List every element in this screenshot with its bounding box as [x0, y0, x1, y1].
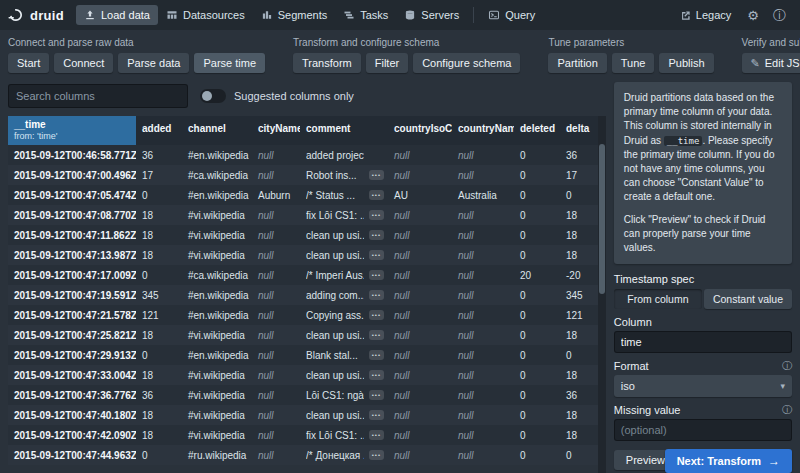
timestamp-spec-switch: From column Constant value: [614, 289, 792, 309]
expand-comment-button[interactable]: •••: [369, 430, 384, 440]
time-cell: 2015-09-12T00:47:17.009Z: [8, 265, 136, 285]
step-edit-json-spec[interactable]: ✎ Edit JSON spec: [742, 53, 800, 73]
from-column-button[interactable]: From column: [614, 289, 702, 309]
legacy-button[interactable]: Legacy: [672, 5, 739, 25]
search-columns-input[interactable]: [8, 84, 188, 108]
column-header-added[interactable]: added: [136, 116, 182, 145]
column-header-countryIsoCode[interactable]: countryIsoCode: [388, 116, 452, 145]
step-publish[interactable]: Publish: [659, 53, 713, 73]
missing-value-input[interactable]: [614, 419, 792, 441]
added-cell: 18: [136, 365, 182, 385]
comment-cell: clean up usi...•••: [300, 365, 388, 385]
constant-value-button[interactable]: Constant value: [704, 289, 792, 309]
country-iso-cell: AU: [388, 185, 452, 205]
info-paragraph-1: Druid partitions data based on the prima…: [624, 91, 782, 205]
toggle-label: Suggested columns only: [234, 90, 354, 102]
step-transform[interactable]: Transform: [293, 53, 361, 73]
channel-cell: #ru.wikipedia: [182, 445, 252, 465]
table-row: 2015-09-12T00:47:36.776Z36#vi.wikipedian…: [8, 385, 604, 405]
step-parse-data[interactable]: Parse data: [118, 53, 189, 73]
info-icon[interactable]: ⓘ: [767, 7, 792, 24]
country-iso-cell: null: [388, 385, 452, 405]
column-header-cityName[interactable]: cityName: [252, 116, 300, 145]
step-parse-time[interactable]: Parse time: [194, 53, 265, 73]
step-configure-schema[interactable]: Configure schema: [413, 53, 520, 73]
nav-item-load-data[interactable]: Load data: [76, 5, 158, 25]
step-connect[interactable]: Connect: [54, 53, 113, 73]
country-name-cell: null: [452, 165, 514, 185]
added-cell: 18: [136, 245, 182, 265]
nav-item-tasks[interactable]: Tasks: [335, 5, 396, 25]
next-transform-button[interactable]: Next: Transform →: [665, 449, 792, 473]
brand-name: druid: [30, 8, 64, 23]
column-header-countryName[interactable]: countryName: [452, 116, 514, 145]
edit-pencil-icon: ✎: [751, 58, 760, 69]
column-header-deleted[interactable]: deleted: [514, 116, 560, 145]
country-name-cell: null: [452, 245, 514, 265]
legacy-label: Legacy: [696, 9, 731, 21]
time-column-header[interactable]: __time from: 'time': [8, 116, 136, 145]
expand-comment-button[interactable]: •••: [369, 190, 384, 200]
tasks-icon: [343, 9, 355, 21]
deleted-cell: 0: [514, 445, 560, 465]
table-row: 2015-09-12T00:47:44.963Z0#ru.wikipedianu…: [8, 445, 604, 465]
expand-comment-button[interactable]: •••: [369, 450, 384, 460]
country-name-cell: null: [452, 365, 514, 385]
country-name-cell: Australia: [452, 185, 514, 205]
expand-comment-button[interactable]: •••: [369, 250, 384, 260]
expand-comment-button[interactable]: •••: [369, 170, 384, 180]
city-cell: null: [252, 405, 300, 425]
channel-cell: #en.wikipedia: [182, 305, 252, 325]
comment-cell: /* Imperi Aus...•••: [300, 265, 388, 285]
expand-comment-button[interactable]: •••: [369, 290, 384, 300]
scrollbar-thumb[interactable]: [599, 144, 605, 294]
country-name-cell: null: [452, 405, 514, 425]
nav-item-label: Datasources: [183, 9, 245, 21]
column-header-comment[interactable]: comment: [300, 116, 388, 145]
channel-cell: #ca.wikipedia: [182, 165, 252, 185]
country-name-cell: null: [452, 205, 514, 225]
column-input[interactable]: [614, 331, 792, 353]
expand-comment-button[interactable]: •••: [369, 330, 384, 340]
nav-item-servers[interactable]: Servers: [396, 5, 467, 25]
missing-value-info-icon[interactable]: ⓘ: [782, 405, 792, 415]
nav-item-query[interactable]: Query: [480, 5, 543, 25]
step-filter[interactable]: Filter: [366, 53, 408, 73]
step-group-title: Transform and configure schema: [293, 37, 520, 48]
format-select[interactable]: iso ▾: [614, 375, 792, 397]
nav-divider: [473, 7, 474, 23]
channel-cell: #vi.wikipedia: [182, 365, 252, 385]
druid-brand[interactable]: druid: [8, 7, 64, 23]
expand-comment-button[interactable]: •••: [369, 350, 384, 360]
comment-cell: Robot ins...•••: [300, 165, 388, 185]
nav-item-datasources[interactable]: Datasources: [158, 5, 253, 25]
step-group-verify: Verify and submit ✎ Edit JSON spec: [742, 37, 800, 73]
expand-comment-button[interactable]: •••: [369, 310, 384, 320]
chevron-down-icon: ▾: [780, 381, 785, 391]
city-cell: null: [252, 325, 300, 345]
channel-cell: #en.wikipedia: [182, 185, 252, 205]
expand-comment-button[interactable]: •••: [369, 270, 384, 280]
table-row: 2015-09-12T00:47:21.578Z121#en.wikipedia…: [8, 305, 604, 325]
step-tune[interactable]: Tune: [612, 53, 655, 73]
nav-item-segments[interactable]: Segments: [253, 5, 336, 25]
expand-comment-button[interactable]: •••: [369, 370, 384, 380]
time-cell: 2015-09-12T00:47:44.963Z: [8, 445, 136, 465]
suggested-columns-toggle[interactable]: [200, 89, 226, 103]
country-name-cell: null: [452, 385, 514, 405]
vertical-scrollbar[interactable]: [598, 116, 606, 473]
settings-gear-icon[interactable]: ⚙: [741, 7, 765, 24]
expand-comment-button[interactable]: •••: [369, 410, 384, 420]
deleted-cell: 0: [514, 405, 560, 425]
step-group-title: Connect and parse raw data: [8, 37, 265, 48]
step-partition[interactable]: Partition: [548, 53, 606, 73]
format-info-icon[interactable]: ⓘ: [782, 361, 792, 371]
column-header-channel[interactable]: channel: [182, 116, 252, 145]
step-start[interactable]: Start: [8, 53, 49, 73]
expand-comment-button[interactable]: •••: [369, 390, 384, 400]
expand-comment-button[interactable]: •••: [369, 210, 384, 220]
channel-cell: #en.wikipedia: [182, 145, 252, 165]
arrow-right-icon: →: [768, 455, 780, 467]
expand-comment-button[interactable]: •••: [369, 230, 384, 240]
added-cell: 18: [136, 425, 182, 445]
